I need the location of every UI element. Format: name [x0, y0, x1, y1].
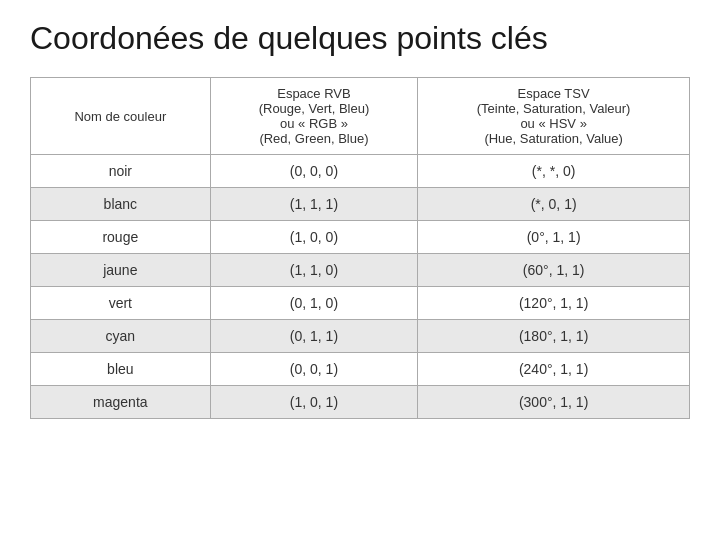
cell-rvb: (0, 0, 1): [210, 353, 418, 386]
col-header-tsv: Espace TSV (Teinte, Saturation, Valeur) …: [418, 78, 690, 155]
cell-color-name: rouge: [31, 221, 211, 254]
cell-tsv: (*, *, 0): [418, 155, 690, 188]
cell-color-name: magenta: [31, 386, 211, 419]
cell-color-name: cyan: [31, 320, 211, 353]
color-table: Nom de couleur Espace RVB (Rouge, Vert, …: [30, 77, 690, 419]
cell-color-name: noir: [31, 155, 211, 188]
table-row: magenta(1, 0, 1)(300°, 1, 1): [31, 386, 690, 419]
page-title: Coordonées de quelques points clés: [30, 20, 690, 57]
cell-color-name: jaune: [31, 254, 211, 287]
col-header-rvb: Espace RVB (Rouge, Vert, Bleu) ou « RGB …: [210, 78, 418, 155]
cell-tsv: (*, 0, 1): [418, 188, 690, 221]
cell-color-name: blanc: [31, 188, 211, 221]
cell-rvb: (0, 0, 0): [210, 155, 418, 188]
table-row: vert(0, 1, 0)(120°, 1, 1): [31, 287, 690, 320]
table-row: bleu(0, 0, 1)(240°, 1, 1): [31, 353, 690, 386]
table-row: jaune(1, 1, 0)(60°, 1, 1): [31, 254, 690, 287]
col-header-name: Nom de couleur: [31, 78, 211, 155]
cell-tsv: (300°, 1, 1): [418, 386, 690, 419]
table-row: noir(0, 0, 0)(*, *, 0): [31, 155, 690, 188]
cell-rvb: (1, 0, 1): [210, 386, 418, 419]
cell-tsv: (60°, 1, 1): [418, 254, 690, 287]
cell-tsv: (120°, 1, 1): [418, 287, 690, 320]
cell-rvb: (1, 1, 1): [210, 188, 418, 221]
cell-tsv: (240°, 1, 1): [418, 353, 690, 386]
cell-rvb: (0, 1, 1): [210, 320, 418, 353]
cell-color-name: vert: [31, 287, 211, 320]
cell-rvb: (0, 1, 0): [210, 287, 418, 320]
cell-rvb: (1, 0, 0): [210, 221, 418, 254]
table-row: rouge(1, 0, 0)(0°, 1, 1): [31, 221, 690, 254]
cell-rvb: (1, 1, 0): [210, 254, 418, 287]
cell-color-name: bleu: [31, 353, 211, 386]
table-row: cyan(0, 1, 1)(180°, 1, 1): [31, 320, 690, 353]
table-row: blanc(1, 1, 1)(*, 0, 1): [31, 188, 690, 221]
cell-tsv: (180°, 1, 1): [418, 320, 690, 353]
cell-tsv: (0°, 1, 1): [418, 221, 690, 254]
